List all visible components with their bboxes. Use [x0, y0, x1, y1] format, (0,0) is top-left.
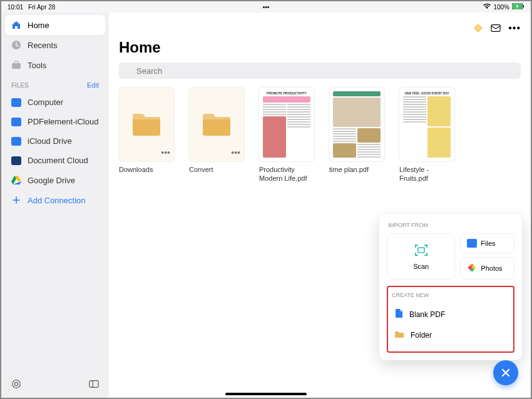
- grid-item-document[interactable]: AND FEEL GOOD EVERY DAY Lifestyle - Frui…: [399, 88, 454, 183]
- status-time: 10:01: [8, 4, 23, 11]
- gdrive-icon: [11, 175, 21, 185]
- sidebar-item-label: Recents: [28, 41, 58, 50]
- multitask-dots[interactable]: •••: [263, 4, 270, 11]
- battery-percent: 100%: [493, 4, 509, 11]
- sidebar-item-label: Tools: [28, 61, 46, 70]
- battery-icon: [512, 3, 524, 11]
- folder-icon: [131, 112, 161, 137]
- doccloud-icon: [11, 156, 21, 165]
- status-date: Fri Apr 28: [28, 4, 55, 11]
- files-section-header: FILES Edit: [5, 75, 105, 93]
- sidebar-item-computer[interactable]: Computer: [5, 93, 105, 112]
- item-more-icon[interactable]: •••: [161, 148, 170, 158]
- sidebar-item-label: iCloud Drive: [28, 136, 72, 146]
- create-popup: IMPORT FROM Scan Files: [379, 215, 522, 360]
- blank-pdf-icon: [394, 308, 403, 320]
- sidebar-item-label: Computer: [28, 98, 63, 107]
- sidebar-item-label: Document Cloud: [28, 156, 88, 165]
- svg-point-7: [14, 382, 18, 385]
- wifi-icon: [483, 3, 491, 11]
- folder-icon: [202, 112, 232, 137]
- item-more-icon[interactable]: •••: [231, 148, 240, 158]
- add-connection-button[interactable]: Add Connection: [5, 190, 105, 210]
- svg-rect-10: [491, 25, 500, 32]
- settings-icon[interactable]: [11, 379, 21, 389]
- sidebar-item-icloud-drive[interactable]: iCloud Drive: [5, 131, 105, 151]
- pdf-icon: [11, 118, 21, 126]
- item-label: Productivity Modern Life.pdf: [259, 165, 314, 183]
- import-files-button[interactable]: Files: [460, 233, 514, 253]
- create-blank-pdf-button[interactable]: Blank PDF: [391, 303, 511, 325]
- grid-item-document[interactable]: time plan.pdf: [329, 88, 384, 183]
- more-icon[interactable]: •••: [508, 23, 521, 34]
- item-label: Downloads: [119, 165, 174, 174]
- grid-item-folder[interactable]: ••• Convert: [189, 88, 244, 183]
- plus-icon: [11, 195, 21, 205]
- svg-point-17: [468, 266, 472, 270]
- sidebar-item-label: Home: [28, 21, 49, 30]
- scan-icon: [414, 243, 429, 259]
- svg-rect-13: [418, 248, 424, 253]
- clock-icon: [11, 40, 21, 50]
- toolbox-icon: [11, 60, 21, 70]
- edit-button[interactable]: Edit: [87, 81, 99, 89]
- item-label: time plan.pdf: [329, 165, 384, 174]
- import-photos-button[interactable]: Photos: [460, 257, 514, 280]
- svg-rect-8: [90, 381, 98, 388]
- create-new-label: CREATE NEW: [391, 292, 511, 298]
- sidebar-toggle-icon[interactable]: [89, 379, 99, 389]
- sidebar-item-document-cloud[interactable]: Document Cloud: [5, 151, 105, 170]
- premium-icon[interactable]: [473, 23, 483, 33]
- import-from-label: IMPORT FROM: [387, 222, 514, 228]
- sidebar-item-label: PDFelement-iCloud: [28, 117, 98, 126]
- folder-icon: [394, 330, 404, 340]
- create-new-highlight: CREATE NEW Blank PDF Folder: [387, 286, 514, 353]
- status-bar: 10:01 Fri Apr 28 ••• 100%: [1, 1, 531, 13]
- sidebar-item-google-drive[interactable]: Google Drive: [5, 170, 105, 190]
- sidebar-item-recents[interactable]: Recents: [5, 35, 105, 55]
- sidebar-item-label: Add Connection: [28, 196, 86, 205]
- files-icon: [467, 239, 477, 248]
- sidebar-item-home[interactable]: Home: [5, 15, 105, 35]
- mail-icon[interactable]: [491, 23, 501, 33]
- grid-item-document[interactable]: PROMOTE PRODUCTIVITY Productivity Modern…: [259, 88, 314, 183]
- sidebar-item-tools[interactable]: Tools: [5, 55, 105, 75]
- create-folder-button[interactable]: Folder: [391, 325, 511, 345]
- page-title: Home: [119, 39, 521, 56]
- svg-rect-2: [523, 5, 524, 8]
- home-indicator[interactable]: [225, 393, 307, 395]
- computer-icon: [11, 98, 21, 107]
- sidebar-item-pdfelement-icloud[interactable]: PDFelement-iCloud: [5, 112, 105, 131]
- cloud-icon: [11, 137, 21, 146]
- sidebar-item-label: Google Drive: [28, 176, 75, 185]
- close-icon: [501, 368, 511, 378]
- close-fab-button[interactable]: [493, 360, 518, 385]
- photos-icon: [467, 263, 477, 274]
- sidebar: Home Recents Tools FILES Edit Computer P…: [1, 13, 109, 398]
- svg-rect-5: [14, 61, 18, 64]
- search-input[interactable]: [119, 63, 521, 79]
- import-scan-button[interactable]: Scan: [387, 233, 455, 280]
- svg-point-6: [13, 380, 20, 388]
- item-label: Convert: [189, 165, 244, 174]
- grid-item-folder[interactable]: ••• Downloads: [119, 88, 174, 183]
- item-label: Lifestyle - Fruits.pdf: [399, 165, 454, 183]
- home-icon: [11, 20, 21, 30]
- main-content: ••• Home ••• Downloads •••: [109, 13, 531, 398]
- items-grid: ••• Downloads ••• Convert PROMOTE PRODUC…: [119, 88, 521, 183]
